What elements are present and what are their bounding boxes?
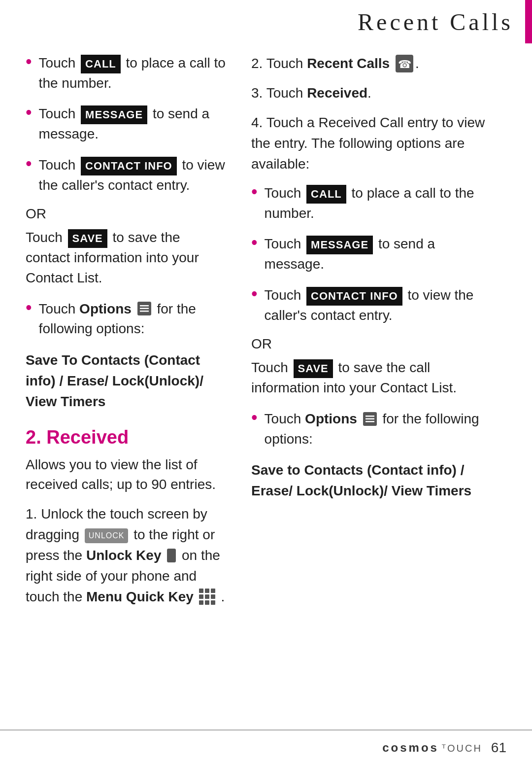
bullet-contact-info-text: Touch CONTACT INFO to view the caller's … bbox=[39, 155, 226, 195]
svg-rect-1 bbox=[140, 305, 149, 307]
contact-info-badge-right: CONTACT INFO bbox=[306, 287, 402, 306]
contact-info-badge: CONTACT INFO bbox=[81, 157, 177, 175]
options-sub-bold-right: Save to Contacts (Contact info) / Erase/… bbox=[251, 460, 488, 501]
bullet-contact-info-right: • Touch CONTACT INFO to view the caller'… bbox=[251, 285, 488, 325]
svg-rect-3 bbox=[140, 311, 149, 312]
bullet-message-text: Touch MESSAGE to send a message. bbox=[39, 104, 226, 144]
bullet-call: • Touch CALL to place a call to the numb… bbox=[26, 53, 226, 93]
touch-save-left: Touch SAVE to save the contact informati… bbox=[26, 228, 226, 288]
bullet-call-text: Touch CALL to place a call to the number… bbox=[39, 53, 226, 93]
bullet-dot: • bbox=[26, 297, 32, 318]
bullet-options-right-text: Touch Options for the following options: bbox=[265, 409, 488, 449]
or-label-right: OR bbox=[251, 336, 488, 352]
bullet-message-right-text: Touch MESSAGE to send a message. bbox=[265, 234, 488, 274]
page-title: Recent Calls bbox=[340, 0, 525, 43]
bullet-contact-info: • Touch CONTACT INFO to view the caller'… bbox=[26, 155, 226, 195]
footer-page-number: 61 bbox=[491, 740, 506, 756]
bullet-dot: • bbox=[26, 153, 32, 174]
title-bar: Recent Calls bbox=[340, 0, 532, 43]
bullet-call-right-text: Touch CALL to place a call to the number… bbox=[265, 183, 488, 223]
message-badge-right: MESSAGE bbox=[306, 236, 373, 254]
bullet-options-left-text: Touch Options for the following options: bbox=[39, 299, 226, 339]
right-column: 2. Touch Recent Calls ☎ . 3. Touch Recei… bbox=[241, 53, 507, 616]
call-badge-right: CALL bbox=[306, 185, 346, 204]
bullet-dot: • bbox=[251, 283, 258, 304]
unlock-key-icon bbox=[167, 549, 176, 562]
bullet-dot: • bbox=[251, 232, 258, 253]
bullet-dot: • bbox=[251, 181, 258, 202]
save-badge-left: SAVE bbox=[68, 229, 107, 248]
options-icon-right bbox=[363, 412, 377, 426]
bullet-message: • Touch MESSAGE to send a message. bbox=[26, 104, 226, 144]
touch-save-right: Touch SAVE to save the call information … bbox=[251, 358, 488, 398]
bullet-contact-info-right-text: Touch CONTACT INFO to view the caller's … bbox=[265, 285, 488, 325]
menu-quick-key-icon bbox=[199, 589, 216, 605]
svg-rect-2 bbox=[140, 308, 149, 310]
svg-text:☎: ☎ bbox=[398, 58, 411, 70]
or-label-left: OR bbox=[26, 206, 226, 222]
recent-calls-icon: ☎ bbox=[396, 55, 413, 72]
footer: cosmosᵀOUCH 61 bbox=[0, 730, 532, 765]
received-desc: Allows you to view the list of received … bbox=[26, 455, 226, 495]
main-content: • Touch CALL to place a call to the numb… bbox=[0, 0, 532, 656]
step-3: 3. Touch Received. bbox=[251, 83, 488, 104]
bullet-dot: • bbox=[26, 102, 32, 123]
bullet-message-right: • Touch MESSAGE to send a message. bbox=[251, 234, 488, 274]
bullet-call-right: • Touch CALL to place a call to the numb… bbox=[251, 183, 488, 223]
bullet-dot: • bbox=[251, 407, 258, 428]
cosmos-label: cosmos bbox=[382, 741, 439, 754]
svg-rect-9 bbox=[366, 421, 374, 422]
call-badge: CALL bbox=[81, 55, 121, 73]
save-badge-right: SAVE bbox=[294, 359, 333, 378]
footer-brand: cosmosᵀOUCH bbox=[382, 741, 482, 755]
unlock-icon: UNLOCK bbox=[85, 528, 129, 543]
section-heading-received: 2. Received bbox=[26, 427, 226, 448]
bullet-dot: • bbox=[26, 51, 32, 72]
bullet-options-right: • Touch Options for the following option… bbox=[251, 409, 488, 449]
left-column: • Touch CALL to place a call to the numb… bbox=[0, 53, 241, 616]
step-2: 2. Touch Recent Calls ☎ . bbox=[251, 53, 488, 74]
title-accent-bar bbox=[525, 0, 532, 43]
svg-rect-8 bbox=[366, 418, 374, 419]
step-1: 1. Unlock the touch screen by dragging U… bbox=[26, 504, 226, 607]
step-4: 4. Touch a Received Call entry to view t… bbox=[251, 112, 488, 174]
options-icon-left bbox=[137, 302, 151, 315]
message-badge: MESSAGE bbox=[81, 105, 147, 124]
touch-label: ᵀOUCH bbox=[442, 743, 482, 754]
bullet-options-left: • Touch Options for the following option… bbox=[26, 299, 226, 339]
options-sub-bold-left: Save To Contacts (Contact info) / Erase/… bbox=[26, 350, 226, 412]
svg-rect-7 bbox=[366, 416, 374, 417]
